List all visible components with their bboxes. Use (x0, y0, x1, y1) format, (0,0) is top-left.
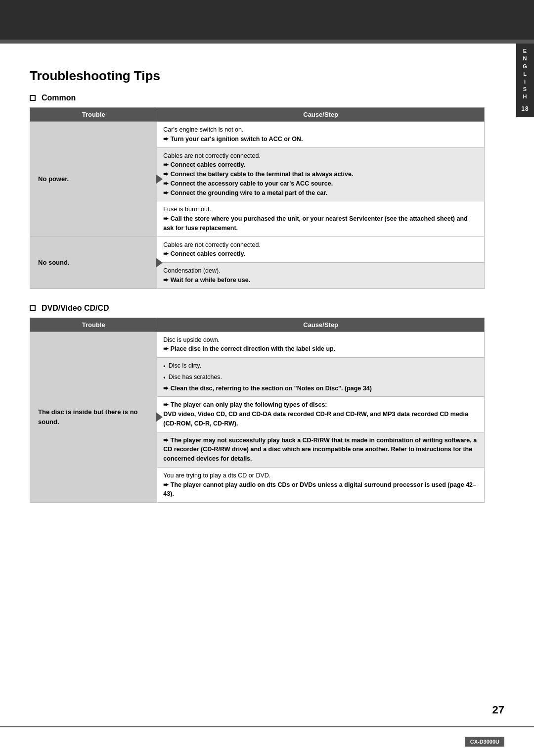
cause-cell: ➨ The player can only play the following… (157, 397, 485, 432)
cause-cell: You are trying to play a dts CD or DVD. … (157, 467, 485, 502)
common-cause-header: Cause/Step (157, 108, 485, 122)
table-row: No power. Car's engine switch is not on.… (30, 122, 485, 148)
cause-cell: Condensation (dew). ➨ Wait for a while b… (157, 263, 485, 289)
checkbox-icon (30, 305, 36, 311)
arrow-icon (156, 174, 163, 184)
cause-cell: Fuse is burnt out. ➨ Call the store wher… (157, 201, 485, 236)
arrow-icon (156, 258, 163, 268)
page-number: 27 (492, 704, 504, 716)
trouble-disc-no-sound: The disc is inside but there is no sound… (30, 331, 157, 503)
common-table: Trouble Cause/Step No power. Car's engin… (30, 107, 485, 289)
table-row: The disc is inside but there is no sound… (30, 331, 485, 358)
arrow-icon (156, 412, 163, 422)
bottom-bar: CX-D3000U (0, 726, 534, 756)
common-trouble-header: Trouble (30, 108, 157, 122)
dvd-trouble-header: Trouble (30, 318, 157, 331)
cause-cell: Cables are not correctly connected. ➨ Co… (157, 147, 485, 201)
top-subbar (0, 40, 534, 44)
cause-cell: Disc is upside down. ➨ Place disc in the… (157, 331, 485, 358)
page-title: Troubleshooting Tips (30, 68, 485, 84)
table-row: No sound. Cables are not correctly conne… (30, 236, 485, 263)
side-page-number: 18 (518, 105, 532, 113)
checkbox-icon (30, 95, 36, 101)
dvd-table: Trouble Cause/Step The disc is inside bu… (30, 318, 485, 503)
dvd-cause-header: Cause/Step (157, 318, 485, 331)
top-header-bar (0, 0, 534, 40)
bullet-item: •Disc has scratches. (163, 373, 478, 383)
trouble-no-power: No power. (30, 122, 157, 237)
section-heading-dvd: DVD/Video CD/CD (30, 304, 485, 313)
language-letters: ENGLISH (518, 47, 532, 101)
cause-cell: ➨ The player may not successfully play b… (157, 432, 485, 467)
cause-cell: •Disc is dirty. •Disc has scratches. ➨ C… (157, 358, 485, 397)
cause-cell: Car's engine switch is not on. ➨ Turn yo… (157, 122, 485, 148)
side-language-tab: ENGLISH 18 (516, 44, 534, 117)
trouble-no-sound: No sound. (30, 236, 157, 288)
model-badge: CX-D3000U (465, 737, 504, 747)
section-heading-common: Common (30, 94, 485, 102)
bullet-item: •Disc is dirty. (163, 361, 478, 372)
cause-cell: Cables are not correctly connected. ➨ Co… (157, 236, 485, 263)
main-content: Troubleshooting Tips Common Trouble Caus… (0, 44, 514, 547)
